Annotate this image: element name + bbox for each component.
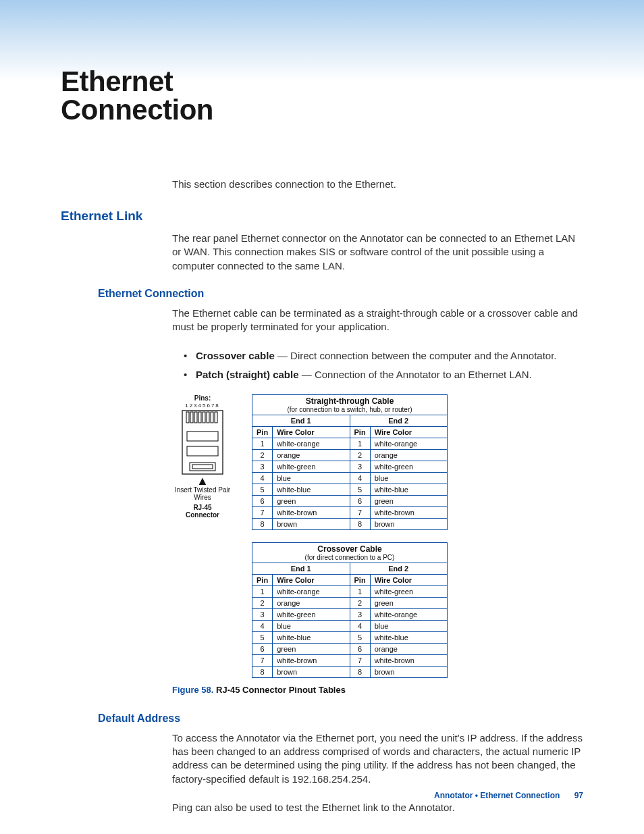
col-end2: End 2 <box>350 415 448 426</box>
page-title: Ethernet Connection <box>61 68 583 124</box>
insert-twisted-label: Insert Twisted Pair Wires <box>172 486 233 501</box>
paragraph-default-address-1: To access the Annotator via the Ethernet… <box>172 731 583 786</box>
title-line-2: Connection <box>61 94 213 126</box>
table-row: 3white-green3white-green <box>252 461 448 472</box>
paragraph-default-address-2: Ping can also be used to test the Ethern… <box>172 801 583 814</box>
bullet-crossover-label: Crossover cable <box>196 350 275 361</box>
svg-rect-3 <box>194 412 197 423</box>
table-row: 7white-brown7white-brown <box>252 506 448 518</box>
intro-paragraph: This section describes connection to the… <box>172 178 583 190</box>
bullet-crossover-desc: — Direct connection between the computer… <box>275 350 557 361</box>
svg-rect-10 <box>187 446 218 456</box>
rj45-diagram: Pins: 12345678 <box>172 394 233 678</box>
svg-rect-7 <box>211 412 213 423</box>
page-content: Ethernet Connection This section describ… <box>0 0 644 834</box>
table-row: 7white-brown7white-brown <box>252 654 448 666</box>
svg-rect-6 <box>207 412 209 423</box>
straight-rows: 1white-orange1white-orange2orange2orange… <box>252 438 448 529</box>
paragraph-ethernet-link: The rear panel Ethernet connector on the… <box>172 232 583 273</box>
heading-ethernet-link: Ethernet Link <box>61 209 583 224</box>
up-arrow-icon: ▲ <box>172 477 233 485</box>
paragraph-ethernet-connection: The Ethernet cable can be terminated as … <box>172 307 583 334</box>
table-row: 5white-blue5white-blue <box>252 484 448 495</box>
table-row: 1white-orange1white-green <box>252 585 448 597</box>
svg-rect-1 <box>186 412 189 423</box>
crossover-table: Crossover Cable (for direct connection t… <box>252 542 448 678</box>
heading-ethernet-connection: Ethernet Connection <box>98 288 583 300</box>
table-row: 3white-green3white-orange <box>252 608 448 620</box>
svg-rect-12 <box>192 465 213 469</box>
cable-bullet-list: Crossover cable — Direct connection betw… <box>196 348 583 382</box>
crossover-rows: 1white-orange1white-green2orange2green3w… <box>252 585 448 677</box>
rj45-connector-label: RJ-45 Connector <box>172 504 233 519</box>
table-row: 1white-orange1white-orange <box>252 438 448 449</box>
crossover-title: Crossover Cable (for direct connection t… <box>252 542 448 563</box>
figure-caption-text: RJ-45 Connector Pinout Tables <box>213 685 346 695</box>
bullet-patch: Patch (straight) cable — Connection of t… <box>196 367 583 382</box>
table-row: 2orange2orange <box>252 449 448 461</box>
rj45-connector-icon <box>182 410 223 475</box>
svg-rect-9 <box>187 432 218 441</box>
bullet-crossover: Crossover cable — Direct connection betw… <box>196 348 583 363</box>
straight-through-table: Straight-through Cable (for connection t… <box>252 394 448 530</box>
pins-numbers: 12345678 <box>172 402 233 409</box>
svg-rect-4 <box>198 412 201 423</box>
bullet-patch-label: Patch (straight) cable <box>196 369 299 380</box>
table-row: 4blue4blue <box>252 472 448 484</box>
table-row: 6green6orange <box>252 643 448 654</box>
bullet-patch-desc: — Connection of the Annotator to an Ethe… <box>299 369 532 380</box>
figure-number: Figure 58. <box>172 685 213 695</box>
pins-label: Pins: <box>172 394 233 402</box>
pinout-tables: Straight-through Cable (for connection t… <box>252 394 448 678</box>
table-row: 6green6green <box>252 495 448 506</box>
figure-caption: Figure 58. RJ-45 Connector Pinout Tables <box>172 685 583 695</box>
title-line-1: Ethernet <box>61 66 173 97</box>
figure-zone: Pins: 12345678 <box>172 394 583 678</box>
svg-rect-11 <box>190 463 215 471</box>
svg-rect-5 <box>203 412 205 423</box>
table-row: 8brown8brown <box>252 666 448 677</box>
svg-rect-8 <box>215 412 217 423</box>
table-row: 4blue4blue <box>252 620 448 631</box>
table-row: 5white-blue5white-blue <box>252 631 448 643</box>
heading-default-address: Default Address <box>98 712 583 725</box>
svg-rect-2 <box>190 412 193 423</box>
straight-title: Straight-through Cable (for connection t… <box>252 394 448 415</box>
table-row: 2orange2green <box>252 597 448 608</box>
table-row: 8brown8brown <box>252 518 448 529</box>
col-end1: End 1 <box>252 415 350 426</box>
